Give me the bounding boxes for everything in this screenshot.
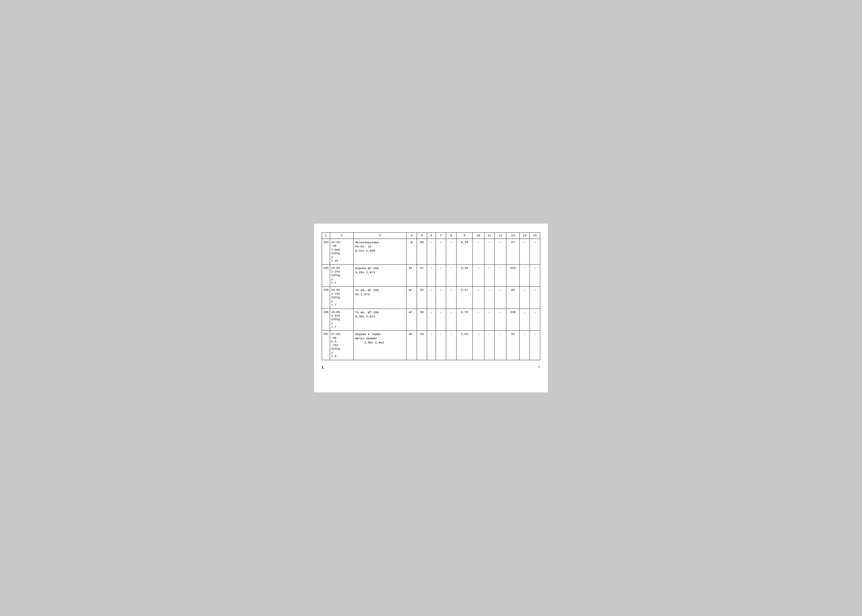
row-1-col7: – [436,239,446,265]
row-2-col13: I59 [506,264,520,286]
row-1-col14: – [520,239,530,265]
row-2-col11: – [484,264,495,286]
row-4-col3: То же, ШТ-200 6,30х I,073 [353,308,407,330]
row-2-col6: – [427,264,436,286]
row-1-col2: 24-I6- -49 I-065 ССРСЦ у т.I0 [330,239,353,265]
row-1-col5: 80 [417,239,427,265]
col-header-7: 7 [436,233,446,239]
row-1-col9: 0,34 [456,239,473,265]
table-row: I07I7-06- -48 п.I- -752 ССРСЦ у т.5Оправ… [322,331,540,360]
col-header-5: 5 [417,233,427,239]
main-table: 1 2 3 4 5 6 7 8 9 10 11 12 13 14 15 I032… [322,233,540,360]
row-4-col10: – [473,308,484,330]
row-1-col10: – [473,239,484,265]
row-3-col4: шт. [407,287,417,308]
row-3-col3: То же, ШТ-I50 5х I,073 [353,287,407,308]
col-header-2: 2 [330,233,353,239]
row-2-col5: 47 [417,264,427,286]
row-3-col12: – [495,287,506,308]
table-row: I0624-05 I-245 ССРСЦ у т.7То же, ШТ-200 … [322,308,540,330]
row-5-col4: шт. [407,331,417,360]
row-3-col2: 24-05 I-244 ССРСЦ у т.7 [330,287,353,308]
col-header-11: 11 [484,233,495,239]
col-header-14: 14 [520,233,530,239]
col-header-9: 9 [456,233,473,239]
row-5-col14: – [520,331,530,360]
row-2-col4: шт. [407,264,417,286]
row-5-col5: I0 [417,331,427,360]
row-4-col14: – [520,308,530,330]
row-4-col9: 6,76 [456,308,473,330]
row-1-col1: I03 [322,239,330,265]
bottom-corners: L ┘ [322,365,540,369]
col-header-13: 13 [506,233,520,239]
col-header-10: 10 [473,233,484,239]
row-5-col2: I7-06- -48 п.I- -752 ССРСЦ у т.5 [330,331,353,360]
row-4-col6: – [427,308,436,330]
row-2-col2: 24-05 I-243 ССРСЦ у т.7 [330,264,353,286]
row-3-col6: – [427,287,436,308]
row-5-col12: – [495,331,506,360]
col-header-4: 4 [407,233,417,239]
row-2-col14: – [520,264,530,286]
row-4-col2: 24-05 I-245 ССРСЦ у т.7 [330,308,353,330]
table-row: I0424-05 I-243 ССРСЦ у т.7Короба ШТ-I00 … [322,264,540,286]
row-3-col1: I05 [322,287,330,308]
row-3-col9: 5,37 [456,287,473,308]
row-5-col13: I6 [506,331,520,360]
row-4-col7: – [436,308,446,330]
page: 1 2 3 4 5 6 7 8 9 10 11 12 13 14 15 I032… [314,223,548,393]
col-header-6: 6 [427,233,436,239]
row-2-col1: I04 [322,264,330,286]
row-3-col5: I5 [417,287,427,308]
row-3-col13: 80 [506,287,520,308]
row-3-col10: – [473,287,484,308]
row-4-col1: I06 [322,308,330,330]
row-3-col7: – [436,287,446,308]
table-row: I0324-I6- -49 I-065 ССРСЦ у т.I0Металлор… [322,239,540,265]
row-5-col9: I,62 [456,331,473,360]
table-row: I0524-05 I-244 ССРСЦ у т.7То же, ШТ-I50 … [322,287,540,308]
row-4-col11: – [484,308,495,330]
row-2-col3: Короба ШТ-I00 3,I5х I,073 [353,264,407,286]
row-5-col3: Оправа к термо- метру прямая I,50х I,082 [353,331,407,360]
row-5-col1: I07 [322,331,330,360]
row-5-col8: – [446,331,456,360]
row-5-col7: – [436,331,446,360]
row-5-col10: – [473,331,484,360]
row-1-col4: м [407,239,417,265]
bottom-right: ┘ [538,365,540,369]
row-5-col15: – [530,331,540,360]
row-1-col12: – [495,239,506,265]
col-header-1: 1 [322,233,330,239]
col-header-8: 8 [446,233,456,239]
row-1-col15: – [530,239,540,265]
row-1-col13: 27 [506,239,520,265]
col-header-3: 3 [353,233,407,239]
row-3-col15: – [530,287,540,308]
row-2-col7: – [436,264,446,286]
row-3-col8: – [446,287,456,308]
bottom-left: L [322,365,324,369]
row-1-col11: – [484,239,495,265]
row-3-col11: – [484,287,495,308]
row-2-col9: 3,38 [456,264,473,286]
row-1-col3: Металлорукава РЗ-ПХ- 25 0,3Iх I,089 [353,239,407,265]
row-1-col8: – [446,239,456,265]
row-2-col15: – [530,264,540,286]
row-4-col4: шт. [407,308,417,330]
row-4-col13: 338 [506,308,520,330]
row-4-col5: 50 [417,308,427,330]
row-2-col10: – [473,264,484,286]
col-header-12: 12 [495,233,506,239]
column-headers: 1 2 3 4 5 6 7 8 9 10 11 12 13 14 15 [322,233,540,239]
row-2-col8: – [446,264,456,286]
row-5-col6: – [427,331,436,360]
row-3-col14: – [520,287,530,308]
col-header-15: 15 [530,233,540,239]
row-5-col11: – [484,331,495,360]
row-2-col12: – [495,264,506,286]
row-4-col8: – [446,308,456,330]
row-4-col15: – [530,308,540,330]
row-1-col6: – [427,239,436,265]
